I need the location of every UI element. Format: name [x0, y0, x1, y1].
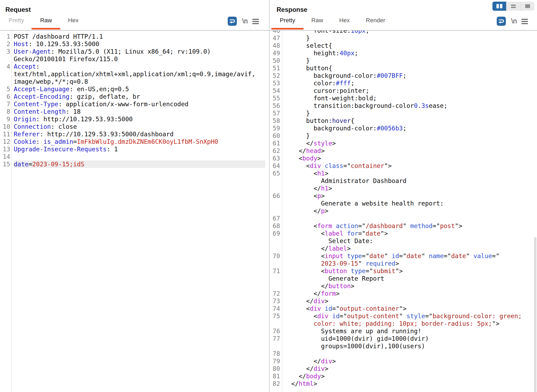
code-token: < [314, 170, 317, 177]
code-text: </html> [284, 380, 536, 387]
code-line: 77uid=1000(dvir) gid=1000(dvir) [270, 335, 537, 342]
code-text: Generate a website health report: [284, 200, 536, 207]
code-token: div [310, 162, 321, 169]
code-text: Generate Report [284, 275, 536, 282]
line-number [0, 55, 12, 63]
show-newlines-icon[interactable]: \n [511, 17, 517, 25]
code-text: Select Date: [284, 237, 536, 245]
tab-raw[interactable]: Raw [39, 15, 52, 26]
code-text: Host: 10.129.53.93:5000 [14, 40, 265, 48]
code-text: </form> [284, 290, 536, 297]
code-token: ; [354, 50, 358, 57]
code-text: <body> [284, 155, 536, 162]
code-token: </ [321, 283, 328, 290]
code-token: p [321, 207, 325, 214]
line-number: 67 [270, 215, 282, 222]
code-text [284, 350, 536, 357]
line-number: 55 [270, 94, 282, 102]
code-line: Gecko/20100101 Firefox/115.0 [0, 55, 269, 63]
code-text: color: white; padding: 10px; border-radi… [284, 320, 536, 327]
code-token: : [36, 63, 40, 70]
code-line: Select Date: [270, 237, 537, 245]
code-text: groups=1000(dvir),100(users) [284, 342, 536, 350]
code-text: Cookie: is_admin=ImFkbWluIg.dmzDkZNEm6CK… [14, 138, 265, 145]
code-token: date [407, 252, 421, 259]
line-number: 8 [0, 108, 12, 115]
line-number: 62 [270, 147, 282, 155]
show-newlines-icon[interactable]: \n [242, 17, 248, 25]
code-token: =" [358, 230, 366, 237]
code-token [343, 252, 347, 259]
line-number: 66 [270, 192, 282, 200]
code-line: text/html,application/xhtml+xml,applicat… [0, 70, 269, 78]
request-editor[interactable]: 1POST /dashboard HTTP/1.12Host: 10.129.5… [0, 31, 269, 392]
editor-menu-icon[interactable] [521, 19, 528, 25]
code-token: Generate a website health report: [321, 200, 444, 207]
line-number: 1 [0, 33, 12, 40]
code-token: </ [321, 245, 328, 252]
code-text: Systems are up and running! [284, 327, 536, 335]
code-line: 64<div class="container"> [270, 162, 537, 170]
code-token: } [306, 35, 310, 42]
code-token: > [321, 373, 325, 380]
tab-render[interactable]: Render [365, 15, 386, 26]
code-text [284, 215, 536, 222]
code-line: image/webp,*/*;q=0.8 [0, 78, 269, 85]
code-line: Administrator Dashboard [270, 177, 537, 185]
code-token: date [369, 252, 384, 259]
code-token: div [310, 305, 321, 312]
code-token: color: [314, 80, 336, 87]
code-token: #007BFF [377, 72, 403, 79]
line-number: 68 [270, 222, 282, 230]
line-number: 82 [270, 380, 282, 387]
code-line: 66<p> [270, 192, 537, 200]
code-token: = [28, 161, 32, 168]
code-text: </head> [284, 147, 536, 155]
code-text: </p> [284, 207, 536, 215]
code-token: Accept-Encoding [14, 93, 70, 100]
code-token: style [314, 140, 332, 147]
editor-menu-icon[interactable] [252, 19, 259, 25]
code-line: 9Origin: http://10.129.53.93:5000 [0, 115, 269, 123]
line-number: 4 [0, 63, 12, 70]
code-token: Content-Type [14, 101, 58, 108]
code-token: " [384, 252, 392, 259]
line-number [270, 342, 282, 350]
request-title: Request [5, 6, 31, 13]
code-line: 53color:#fff; [270, 79, 537, 87]
code-line: 3User-Agent: Mozilla/5.0 (X11; Linux x86… [0, 48, 269, 55]
soft-wrap-icon[interactable] [228, 17, 237, 26]
code-token: > [325, 170, 328, 177]
code-token: < [314, 313, 317, 320]
code-token: required [366, 260, 396, 267]
code-token: < [314, 222, 317, 229]
code-line: </button> [270, 282, 537, 290]
code-line: 2023-09-15" required> [270, 260, 537, 267]
code-line: 51button{ [270, 64, 537, 72]
code-text: cursor:pointer; [284, 87, 536, 94]
soft-wrap-icon[interactable] [497, 17, 506, 26]
tab-raw[interactable]: Raw [311, 15, 324, 26]
code-line: 65<h1> [270, 170, 537, 177]
line-number: 65 [270, 170, 282, 177]
response-viewer[interactable]: 46font-size:16px;47}48select{49height:40… [270, 31, 537, 392]
line-number: 11 [0, 130, 12, 138]
code-text: </button> [284, 282, 536, 290]
code-text: </h1> [284, 185, 536, 192]
response-scrollbar[interactable] [534, 237, 536, 392]
code-line: 81</body> [270, 372, 537, 380]
code-token: Generate Report [328, 275, 384, 282]
response-title: Response [277, 6, 307, 13]
tab-pretty[interactable]: Pretty [8, 15, 24, 26]
tab-pretty[interactable]: Pretty [279, 15, 296, 26]
code-line: 73</div> [270, 297, 537, 305]
tab-hex[interactable]: Hex [339, 15, 350, 26]
code-line: 2Host: 10.129.53.93:5000 [0, 40, 269, 48]
code-token: =" [343, 162, 351, 169]
code-token: body [302, 155, 317, 162]
code-text: <input type="date" id="date" name="date"… [284, 252, 536, 260]
tab-hex[interactable]: Hex [67, 15, 79, 26]
code-token: ImFkbWluIg.dmzDkZNEm6CK0oyL1fbM-SnXpH0 [77, 138, 218, 145]
response-header: Response PrettyRawHexRender \n [270, 0, 537, 31]
code-token: > [325, 365, 328, 372]
